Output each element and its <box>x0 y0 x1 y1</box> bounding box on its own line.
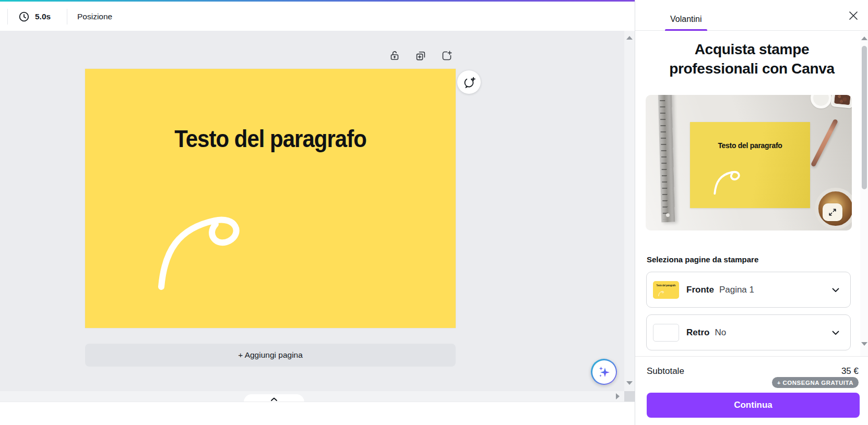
animation-duration-button[interactable]: 5.0s <box>13 6 56 27</box>
canvas-horizontal-scrollbar[interactable] <box>0 391 624 402</box>
toolbar-collapse-handle[interactable] <box>244 394 304 402</box>
back-page-thumbnail <box>653 324 679 342</box>
subtotal-label: Subtotale <box>647 366 684 377</box>
heading-line-1: Acquista stampe <box>640 40 863 59</box>
subtotal-value: 35 € <box>841 366 859 377</box>
squiggle-element[interactable] <box>85 69 456 328</box>
panel-header: Volantini <box>635 0 868 31</box>
print-panel: Volantini Acquista stampe professionali … <box>635 0 868 425</box>
back-page-dropdown[interactable]: Retro No <box>646 314 851 350</box>
position-label: Posizione <box>77 12 112 21</box>
front-page-dropdown[interactable]: Testo del paragrafo Fronte Pagina 1 <box>646 272 851 308</box>
front-page-thumbnail: Testo del paragrafo <box>653 281 679 299</box>
panel-scroll-down-arrow[interactable] <box>861 342 867 346</box>
heading-line-2: professionali con Canva <box>640 59 863 78</box>
panel-heading: Acquista stampe professionali con Canva <box>640 40 863 78</box>
preview-expand-button[interactable] <box>823 203 842 221</box>
duration-label: 5.0s <box>35 12 51 21</box>
chevron-down-icon <box>829 284 842 296</box>
canvas-workspace: Testo del paragrafo + Aggiungi pagina <box>0 31 624 391</box>
canva-editor: 5.0s Posizione <box>0 0 868 425</box>
back-label: Retro <box>686 327 709 338</box>
toolbar-divider <box>67 9 67 25</box>
chevron-down-icon <box>829 326 842 339</box>
front-value: Pagina 1 <box>719 285 754 295</box>
scroll-right-arrow[interactable] <box>616 393 620 399</box>
clock-icon <box>18 10 30 23</box>
comment-add-icon <box>462 76 476 89</box>
thumb-squiggle <box>653 281 679 299</box>
add-comment-button[interactable] <box>457 70 481 94</box>
toolbar-divider <box>7 9 8 25</box>
magic-assistant-button[interactable] <box>591 359 617 385</box>
scroll-down-arrow[interactable] <box>626 381 633 385</box>
continue-button[interactable]: Continua <box>647 393 860 418</box>
sparkles-icon <box>592 360 616 384</box>
preview-flyer: Testo del paragrafo <box>690 122 810 208</box>
scrollbar-corner <box>624 391 635 402</box>
canvas-vertical-scrollbar[interactable] <box>624 31 635 402</box>
tab-volantini[interactable]: Volantini <box>665 7 707 31</box>
tab-label: Volantini <box>670 15 702 23</box>
close-panel-button[interactable] <box>845 7 862 24</box>
toolbar: 5.0s Posizione <box>0 2 635 31</box>
add-page-icon[interactable] <box>441 50 453 62</box>
unlock-icon[interactable] <box>388 50 401 62</box>
continue-label: Continua <box>734 400 772 410</box>
tray-photo-prop <box>830 95 852 108</box>
print-preview-image: Testo del paragrafo <box>646 95 852 230</box>
front-label: Fronte <box>686 285 714 295</box>
select-pages-label: Seleziona pagine da stampare <box>647 255 758 264</box>
panel-scroll-up-arrow[interactable] <box>861 37 867 40</box>
close-icon <box>845 7 862 24</box>
add-page-label: + Aggiungi pagina <box>238 350 303 359</box>
status-bar: na 1 di 1 50% 1 ? <box>0 402 635 425</box>
active-tab-underline <box>665 29 707 31</box>
scroll-up-arrow[interactable] <box>626 36 633 40</box>
position-button[interactable]: Posizione <box>72 6 117 27</box>
free-shipping-badge: + CONSEGNA GRATUITA <box>772 377 859 388</box>
expand-icon <box>827 207 838 217</box>
preview-squiggle <box>690 122 810 208</box>
back-value: No <box>715 327 726 338</box>
add-page-button[interactable]: + Aggiungi pagina <box>85 344 456 367</box>
duplicate-page-icon[interactable] <box>414 50 427 62</box>
panel-footer: Subtotale 35 € + CONSEGNA GRATUITA Conti… <box>635 356 868 425</box>
panel-scrollbar-thumb[interactable] <box>862 46 867 189</box>
design-page[interactable]: Testo del paragrafo <box>85 69 456 328</box>
page-actions <box>388 50 453 62</box>
